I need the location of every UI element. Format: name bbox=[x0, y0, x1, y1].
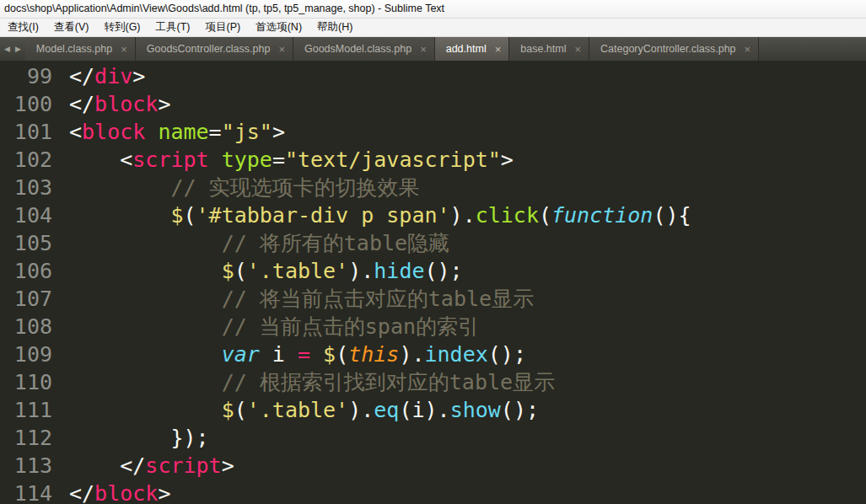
code-line[interactable]: 110 // 根据索引找到对应的table显示 bbox=[0, 368, 866, 396]
line-number: 113 bbox=[0, 452, 52, 480]
tab-categorycontroller-class-php[interactable]: CategoryController.class.php× bbox=[589, 37, 759, 61]
tab-label: GoodsController.class.php bbox=[147, 43, 271, 55]
menu-item-3[interactable]: 工具(T) bbox=[148, 19, 198, 36]
line-number: 106 bbox=[0, 257, 52, 285]
code-line[interactable]: 103 // 实现选项卡的切换效果 bbox=[0, 174, 866, 201]
tab-goodscontroller-class-php[interactable]: GoodsController.class.php× bbox=[136, 37, 293, 61]
code-line[interactable]: 112 }); bbox=[0, 424, 866, 452]
code-text: <script type="text/javascript"> bbox=[69, 146, 514, 174]
code-line[interactable]: 114</block> bbox=[0, 480, 866, 504]
tab-strip: Model.class.php×GoodsController.class.ph… bbox=[25, 37, 866, 61]
code-line[interactable]: 108 // 当前点击的span的索引 bbox=[0, 313, 866, 340]
code-text: // 将当前点击对应的table显示 bbox=[69, 285, 534, 313]
code-text: $('#tabbar-div p span').click(function()… bbox=[69, 201, 691, 229]
menu-item-0[interactable]: 查找(I) bbox=[0, 19, 46, 36]
code-line[interactable]: 101<block name="js"> bbox=[0, 118, 866, 146]
code-text: // 根据索引找到对应的table显示 bbox=[69, 368, 555, 396]
line-number: 111 bbox=[0, 396, 52, 424]
code-line[interactable]: 113 </script> bbox=[0, 452, 866, 480]
code-text: }); bbox=[69, 424, 209, 452]
line-number: 99 bbox=[0, 62, 52, 90]
code-text: // 将所有的table隐藏 bbox=[69, 229, 449, 257]
line-number: 112 bbox=[0, 424, 52, 452]
editor[interactable]: 99</div>100</block>101<block name="js">1… bbox=[0, 61, 866, 504]
tab-close-icon[interactable]: × bbox=[495, 44, 502, 55]
tab-base-html[interactable]: base.html× bbox=[509, 37, 589, 61]
code-text: $('.table').eq(i).show(); bbox=[69, 396, 539, 424]
code-text: var i = $(this).index(); bbox=[69, 340, 526, 368]
line-number: 114 bbox=[0, 480, 52, 504]
code-line[interactable]: 109 var i = $(this).index(); bbox=[0, 340, 866, 368]
tab-close-icon[interactable]: × bbox=[420, 44, 427, 55]
tab-close-icon[interactable]: × bbox=[574, 44, 581, 55]
code-line[interactable]: 102 <script type="text/javascript"> bbox=[0, 146, 866, 174]
menu-item-4[interactable]: 项目(P) bbox=[198, 19, 249, 36]
code-line[interactable]: 104 $('#tabbar-div p span').click(functi… bbox=[0, 201, 866, 229]
nav-back-icon[interactable]: ◀ bbox=[4, 46, 10, 53]
tab-bar: ◀ ▶ Model.class.php×GoodsController.clas… bbox=[0, 37, 866, 61]
code-text: <block name="js"> bbox=[69, 118, 285, 146]
line-number: 104 bbox=[0, 201, 52, 229]
tab-goodsmodel-class-php[interactable]: GoodsModel.class.php× bbox=[293, 37, 435, 61]
code-text: </div> bbox=[69, 62, 145, 90]
tab-label: add.html bbox=[446, 43, 487, 55]
window-title: docs\shop\Application\Admin\View\Goods\a… bbox=[4, 3, 444, 14]
menu-item-5[interactable]: 首选项(N) bbox=[248, 19, 309, 36]
code-text: </block> bbox=[69, 90, 170, 118]
sublime-window: docs\shop\Application\Admin\View\Goods\a… bbox=[0, 0, 866, 504]
code-line[interactable]: 100</block> bbox=[0, 90, 866, 118]
code-line[interactable]: 111 $('.table').eq(i).show(); bbox=[0, 396, 866, 424]
line-number: 103 bbox=[0, 174, 52, 201]
line-number: 110 bbox=[0, 368, 52, 396]
code-text: </block> bbox=[69, 480, 170, 504]
tab-add-html[interactable]: add.html× bbox=[435, 37, 510, 61]
tab-close-icon[interactable]: × bbox=[745, 44, 751, 55]
tab-close-icon[interactable]: × bbox=[121, 44, 127, 55]
line-number: 100 bbox=[0, 90, 52, 118]
code-line[interactable]: 107 // 将当前点击对应的table显示 bbox=[0, 285, 866, 313]
code-text: $('.table').hide(); bbox=[69, 257, 463, 285]
menu-bar: 查找(I)查看(V)转到(G)工具(T)项目(P)首选项(N)帮助(H) bbox=[0, 19, 866, 37]
line-number: 108 bbox=[0, 313, 52, 340]
code-text: </script> bbox=[69, 452, 234, 480]
tab-label: GoodsModel.class.php bbox=[304, 43, 411, 55]
line-number: 107 bbox=[0, 285, 52, 313]
tab-label: base.html bbox=[520, 43, 566, 55]
line-number: 101 bbox=[0, 118, 52, 146]
menu-item-1[interactable]: 查看(V) bbox=[46, 19, 97, 36]
code-text: // 实现选项卡的切换效果 bbox=[69, 174, 420, 201]
code-line[interactable]: 106 $('.table').hide(); bbox=[0, 257, 866, 285]
tab-label: Model.class.php bbox=[36, 43, 112, 55]
title-bar[interactable]: docs\shop\Application\Admin\View\Goods\a… bbox=[0, 0, 866, 19]
menu-item-6[interactable]: 帮助(H) bbox=[309, 19, 360, 36]
code-text: // 当前点击的span的索引 bbox=[69, 313, 479, 340]
tab-model-class-php[interactable]: Model.class.php× bbox=[25, 37, 136, 61]
line-number: 109 bbox=[0, 340, 52, 368]
menu-item-2[interactable]: 转到(G) bbox=[96, 19, 148, 36]
tab-close-icon[interactable]: × bbox=[278, 44, 285, 55]
code-line[interactable]: 99</div> bbox=[0, 62, 866, 90]
tab-label: CategoryController.class.php bbox=[600, 43, 736, 55]
nav-forward-icon[interactable]: ▶ bbox=[15, 46, 21, 53]
tab-nav-buttons: ◀ ▶ bbox=[0, 37, 25, 61]
line-number: 102 bbox=[0, 146, 52, 174]
code-line[interactable]: 105 // 将所有的table隐藏 bbox=[0, 229, 866, 257]
line-number: 105 bbox=[0, 229, 52, 257]
